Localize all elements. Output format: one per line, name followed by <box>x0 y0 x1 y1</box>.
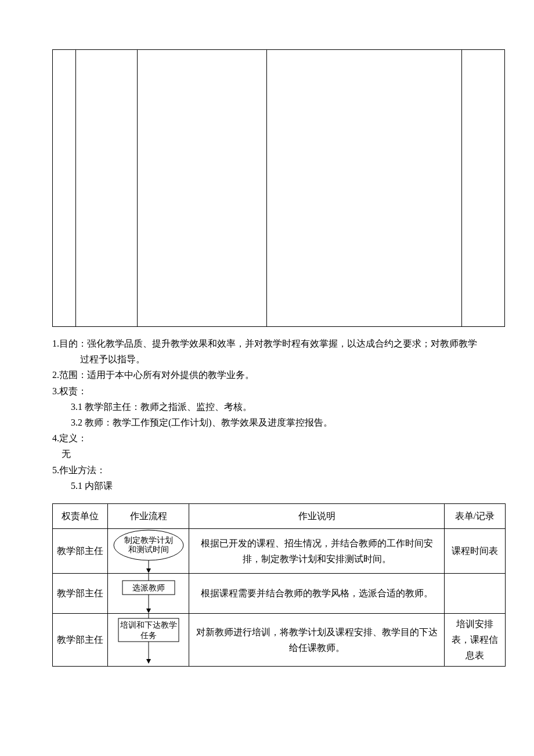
cell-record <box>445 574 506 614</box>
flow-text-1b: 和测试时间 <box>128 545 169 554</box>
header-unit: 权责单位 <box>53 504 108 529</box>
cell-flow: 制定教学计划 和测试时间 <box>108 529 189 574</box>
top-cell-5 <box>462 50 505 327</box>
line-1b: 过程予以指导。 <box>52 351 505 367</box>
svg-marker-2 <box>146 568 151 573</box>
cell-record: 课程时间表 <box>445 529 506 574</box>
flow-process-rect: 培训和下达教学 任务 <box>108 614 189 664</box>
table-row: 教学部主任 培训和下达教学 任务 对新教师进行培训，将教学计划及课程安排、教学目… <box>53 614 506 667</box>
cell-desc: 根据课程需要并结合教师的教学风格，选派合适的教师。 <box>189 574 445 614</box>
cell-flow: 培训和下达教学 任务 <box>108 614 189 667</box>
top-cell-1 <box>53 50 76 327</box>
cell-unit: 教学部主任 <box>53 574 108 614</box>
top-cell-3 <box>138 50 267 327</box>
header-desc: 作业说明 <box>189 504 445 529</box>
line-5: 5.作业方法： <box>52 462 505 478</box>
flow-text-3a: 培训和下达教学 <box>120 621 177 629</box>
line-51: 5.1 内部课 <box>52 478 505 494</box>
table-row: 教学部主任 选派教师 根据课程需要并结合教师的教学风格，选派合适的教师。 <box>53 574 506 614</box>
line-4n: 无 <box>52 446 505 462</box>
workflow-table: 权责单位 作业流程 作业说明 表单/记录 教学部主任 制定教学计划 和测试时间 … <box>52 503 506 667</box>
top-cell-4 <box>267 50 462 327</box>
svg-marker-6 <box>146 609 151 613</box>
flow-text-2: 选派教师 <box>132 584 165 592</box>
svg-marker-10 <box>146 659 151 664</box>
header-record: 表单/记录 <box>445 504 506 529</box>
line-2: 2.范围：适用于本中心所有对外提供的教学业务。 <box>52 367 505 383</box>
cell-flow: 选派教师 <box>108 574 189 614</box>
flow-text-1a: 制定教学计划 <box>124 536 173 545</box>
cell-unit: 教学部主任 <box>53 614 108 667</box>
top-empty-table <box>52 49 505 327</box>
cell-desc: 根据已开发的课程、招生情况，并结合教师的工作时间安排，制定教学计划和安排测试时间… <box>189 529 445 574</box>
cell-unit: 教学部主任 <box>53 529 108 574</box>
flow-start-ellipse: 制定教学计划 和测试时间 <box>108 529 189 573</box>
table-row: 教学部主任 制定教学计划 和测试时间 根据已开发的课程、招生情况，并结合教师的工… <box>53 529 506 574</box>
body-text: 1.目的：强化教学品质、提升教学效果和效率，并对教学时程有效掌握，以达成合约之要… <box>52 336 505 494</box>
line-31: 3.1 教学部主任：教师之指派、监控、考核。 <box>52 399 505 415</box>
document-page: 1.目的：强化教学品质、提升教学效果和效率，并对教学时程有效掌握，以达成合约之要… <box>0 0 534 756</box>
line-1a: 1.目的：强化教学品质、提升教学效果和效率，并对教学时程有效掌握，以达成合约之要… <box>52 336 505 351</box>
flow-process-rect: 选派教师 <box>108 574 189 613</box>
cell-desc: 对新教师进行培训，将教学计划及课程安排、教学目的下达给任课教师。 <box>189 614 445 667</box>
line-3: 3.权责： <box>52 383 505 399</box>
line-4: 4.定义： <box>52 430 505 446</box>
top-cell-2 <box>76 50 138 327</box>
line-32: 3.2 教师：教学工作预定(工作计划)、教学效果及进度掌控报告。 <box>52 415 505 430</box>
table-header-row: 权责单位 作业流程 作业说明 表单/记录 <box>53 504 506 529</box>
header-flow: 作业流程 <box>108 504 189 529</box>
flow-text-3b: 任务 <box>140 631 157 640</box>
cell-record: 培训安排表，课程信息表 <box>445 614 506 667</box>
